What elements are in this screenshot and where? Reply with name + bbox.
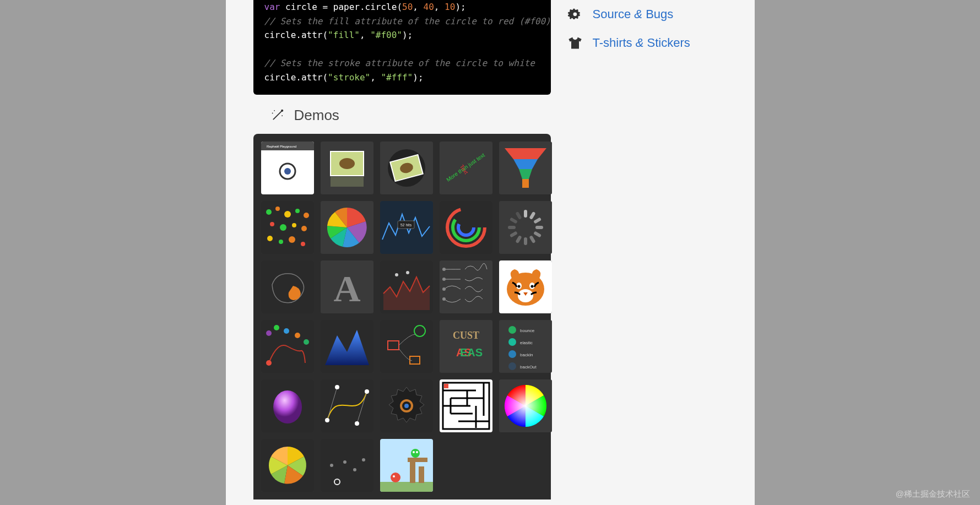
demo-tile-tiger[interactable] <box>499 260 552 313</box>
demo-tile-dots2[interactable] <box>321 439 373 492</box>
svg-rect-58 <box>261 260 314 313</box>
link-source-bugs[interactable]: Source & Bugs <box>567 0 733 29</box>
demo-tile-sphere[interactable] <box>261 379 314 432</box>
link-tshirts-stickers[interactable]: T-shirts & Stickers <box>567 29 733 57</box>
demo-tile-gear[interactable] <box>380 379 433 432</box>
demos-panel: Raphaël PlaygroundMore than just textTex… <box>253 134 551 499</box>
svg-point-32 <box>301 226 307 231</box>
svg-point-73 <box>517 285 520 287</box>
demo-tile-polar[interactable] <box>440 201 492 254</box>
demo-tile-letter[interactable]: A <box>321 260 373 313</box>
svg-point-35 <box>289 236 295 243</box>
svg-rect-129 <box>408 458 427 462</box>
demo-tile-pie[interactable] <box>321 201 373 254</box>
svg-point-3 <box>272 113 273 114</box>
demo-tile-analytics[interactable]: 52 hits <box>380 201 433 254</box>
svg-point-26 <box>284 211 291 218</box>
svg-rect-127 <box>410 461 415 483</box>
demo-tile-curver[interactable] <box>321 379 373 432</box>
svg-point-80 <box>295 333 300 338</box>
demo-tile-maze[interactable] <box>440 379 492 432</box>
demo-tile-rotation[interactable] <box>380 142 433 194</box>
sidebar: Source & Bugs T-shirts & Stickers <box>551 0 755 505</box>
demo-tile-color-wheel[interactable] <box>499 379 552 432</box>
svg-point-106 <box>325 418 329 422</box>
svg-point-65 <box>442 268 446 271</box>
watermark: @稀土掘金技术社区 <box>896 489 970 499</box>
demo-tile-australia[interactable] <box>261 260 314 313</box>
svg-rect-46 <box>524 210 527 218</box>
svg-point-97 <box>508 350 516 358</box>
demos-heading-row: Demos <box>253 95 551 134</box>
svg-point-102 <box>273 390 302 423</box>
svg-rect-119 <box>321 439 373 492</box>
svg-point-13 <box>339 158 355 169</box>
svg-text:Raphaël Playground: Raphaël Playground <box>267 145 296 148</box>
svg-point-63 <box>406 271 409 274</box>
svg-point-123 <box>362 458 365 461</box>
svg-point-29 <box>270 222 274 226</box>
svg-point-74 <box>530 285 533 287</box>
svg-text:EAS: EAS <box>459 346 482 359</box>
demo-tile-funnel[interactable] <box>499 142 552 194</box>
svg-line-0 <box>273 111 281 120</box>
demos-heading: Demos <box>294 107 339 124</box>
svg-point-31 <box>292 223 296 227</box>
svg-point-120 <box>330 464 333 467</box>
demo-tile-text-rotation[interactable]: More than just textText <box>440 142 492 194</box>
svg-point-108 <box>355 421 359 426</box>
svg-point-24 <box>266 209 272 215</box>
svg-point-1 <box>281 110 283 111</box>
code-block: var circle = paper.circle(50, 40, 10); /… <box>253 0 551 95</box>
gear-icon <box>567 7 583 22</box>
demo-tile-custom[interactable]: CUSTASEAS <box>440 320 492 373</box>
svg-point-131 <box>413 451 415 453</box>
link-label: T-shirts & Stickers <box>593 36 690 50</box>
demo-tile-spinner[interactable] <box>499 201 552 254</box>
svg-rect-45 <box>499 201 552 254</box>
svg-point-30 <box>280 224 286 231</box>
svg-point-95 <box>508 338 516 346</box>
svg-point-34 <box>279 240 283 244</box>
svg-point-130 <box>411 449 420 458</box>
svg-rect-52 <box>524 237 527 245</box>
demo-tile-mountain[interactable] <box>321 320 373 373</box>
svg-point-66 <box>442 278 446 281</box>
svg-point-36 <box>301 242 305 246</box>
demo-tile-pie2[interactable] <box>261 439 314 492</box>
svg-point-79 <box>284 328 289 334</box>
demo-tile-ball[interactable] <box>261 320 314 373</box>
svg-text:backOut: backOut <box>520 365 537 370</box>
svg-point-9 <box>284 168 291 175</box>
svg-point-93 <box>508 326 516 334</box>
svg-point-78 <box>274 325 279 330</box>
svg-text:A: A <box>333 268 360 309</box>
demo-tile-angry[interactable] <box>380 439 433 492</box>
svg-point-67 <box>442 287 446 291</box>
link-label: Source & Bugs <box>593 7 674 21</box>
svg-rect-55 <box>508 226 516 229</box>
svg-point-25 <box>275 207 280 211</box>
demo-tile-reflection[interactable] <box>321 142 373 194</box>
tshirt-icon <box>567 35 583 51</box>
demo-tile-playground[interactable]: Raphaël Playground <box>261 142 314 194</box>
svg-point-109 <box>365 389 369 394</box>
svg-text:backIn: backIn <box>520 352 533 357</box>
svg-point-82 <box>266 360 272 366</box>
svg-point-134 <box>393 475 395 477</box>
demo-tile-easing[interactable] <box>440 260 492 313</box>
svg-text:elastic: elastic <box>520 340 533 345</box>
svg-point-77 <box>266 330 272 336</box>
svg-point-133 <box>391 473 400 482</box>
svg-point-62 <box>395 273 398 276</box>
demo-tile-easing-list[interactable]: bounceelasticbackInbackOut <box>499 320 552 373</box>
svg-point-4 <box>281 115 283 116</box>
svg-point-2 <box>274 110 275 111</box>
demo-tile-micro-chart[interactable] <box>380 260 433 313</box>
demo-tile-graffle[interactable] <box>380 320 433 373</box>
demo-tile-dots[interactable] <box>261 201 314 254</box>
wand-icon <box>270 107 285 123</box>
svg-point-99 <box>508 362 516 370</box>
svg-point-33 <box>267 236 273 241</box>
svg-point-28 <box>304 213 309 218</box>
